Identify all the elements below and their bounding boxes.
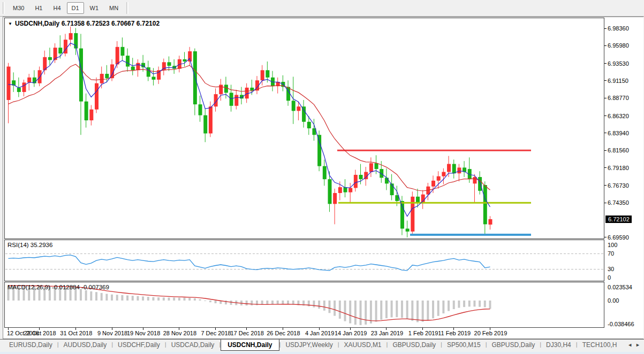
date-axis-label: 19 Nov 2018 bbox=[127, 330, 160, 336]
date-axis-label: 26 Dec 2018 bbox=[267, 330, 300, 336]
rsi-axis-label: 30 bbox=[608, 266, 614, 272]
tab-bar-bottom-strip bbox=[0, 352, 644, 354]
current-price-tag: 6.72102 bbox=[605, 216, 632, 223]
macd-signal-value: -0.007369 bbox=[81, 284, 109, 290]
chart-tab-gbpusd-daily[interactable]: GBPUSD,Daily bbox=[388, 340, 441, 350]
price-axis-label: 6.79180 bbox=[608, 165, 629, 171]
mt4-application: M30H1H4D1W1MN ▼USDCNH,Daily 6.71358 6.72… bbox=[0, 0, 644, 354]
chart-window: ▼USDCNH,Daily 6.71358 6.72523 6.70667 6.… bbox=[3, 17, 643, 339]
macd-indicator-label: MACD(12,26,9) -0.012884 -0.007369 bbox=[7, 284, 109, 290]
timeframe-button-w1[interactable]: W1 bbox=[85, 2, 104, 14]
price-axis-label: 6.93530 bbox=[608, 60, 629, 67]
chart-title: ▼USDCNH,Daily 6.71358 6.72523 6.70667 6.… bbox=[8, 20, 160, 27]
date-axis-label: 22 Oct 2018 bbox=[24, 330, 56, 336]
date-axis-label: 4 Jan 2019 bbox=[305, 330, 334, 336]
chart-tab-usdcnh-daily[interactable]: USDCNH,Daily bbox=[221, 340, 279, 351]
toolbar-separator bbox=[126, 2, 128, 14]
rsi-name: RSI(14) bbox=[7, 242, 29, 248]
price-axis-label: 6.95980 bbox=[608, 42, 629, 49]
macd-axis-label: 0.00 bbox=[608, 297, 619, 304]
macd-axis-label: 0.023534 bbox=[608, 284, 632, 290]
price-axis-label: 6.81560 bbox=[608, 147, 629, 153]
price-axis-label: 6.98360 bbox=[608, 25, 629, 32]
price-axis-label: 6.76730 bbox=[608, 182, 629, 189]
timeframe-button-mn[interactable]: MN bbox=[104, 2, 123, 14]
date-axis-label: 20 Feb 2019 bbox=[474, 330, 507, 336]
timeframe-button-h1[interactable]: H1 bbox=[30, 2, 47, 14]
macd-value: -0.012884 bbox=[52, 284, 80, 290]
rsi-axis-label: 0 bbox=[608, 274, 611, 281]
chart-tab-dj30-h4[interactable]: DJ30,H4 bbox=[541, 340, 576, 350]
rsi-axis-label: 70 bbox=[608, 250, 614, 257]
date-axis-label: 1 Feb 2019 bbox=[408, 330, 438, 336]
date-axis-label: 28 Nov 2018 bbox=[163, 330, 196, 336]
date-axis-label: 11 Feb 2019 bbox=[438, 330, 471, 336]
timeframe-button-d1[interactable]: D1 bbox=[67, 2, 84, 14]
date-axis-label: 23 Jan 2019 bbox=[371, 330, 404, 336]
chart-tab-usdcad-daily[interactable]: USDCAD,Daily bbox=[166, 340, 219, 350]
date-axis-label: 7 Dec 2018 bbox=[201, 330, 231, 336]
date-axis-label: 9 Nov 2018 bbox=[97, 330, 127, 336]
tab-scroll-controls: ◄► bbox=[626, 342, 642, 348]
date-axis-label: 17 Dec 2018 bbox=[230, 330, 263, 336]
date-axis-label: 31 Oct 2018 bbox=[60, 330, 92, 336]
chart-tab-sp500-m15[interactable]: SP500,M15 bbox=[442, 340, 486, 350]
macd-axis-label: -0.038466 bbox=[608, 321, 634, 327]
tab-scroll-left-icon[interactable]: ◄ bbox=[626, 342, 634, 348]
chart-tab-bar: EURUSD,Daily|AUDUSD,Daily|USDCHF,Daily|U… bbox=[0, 339, 644, 354]
price-axis-label: 6.83940 bbox=[608, 130, 629, 136]
chart-tab-gbpusd-daily[interactable]: GBPUSD,Daily bbox=[487, 340, 540, 350]
price-axis-label: 6.69590 bbox=[608, 234, 629, 241]
timeframe-button-h4[interactable]: H4 bbox=[48, 2, 65, 14]
chart-tab-tech100-h[interactable]: TECH100,H bbox=[578, 340, 622, 350]
chart-symbol-label: USDCNH,Daily bbox=[15, 20, 59, 27]
chart-tab-eurusd-daily[interactable]: EURUSD,Daily bbox=[4, 340, 57, 350]
toolbar-separator bbox=[3, 2, 5, 14]
rsi-axis-label: 100 bbox=[608, 242, 617, 248]
chart-tab-audusd-daily[interactable]: AUDUSD,Daily bbox=[59, 340, 112, 350]
chart-ohlc-values: 6.71358 6.72523 6.70667 6.72102 bbox=[62, 20, 160, 27]
tab-scroll-right-icon[interactable]: ► bbox=[634, 342, 642, 348]
chart-tab-xauusd-m1[interactable]: XAUUSD,M1 bbox=[339, 340, 387, 350]
price-axis-label: 6.86320 bbox=[608, 113, 629, 119]
timeframe-toolbar: M30H1H4D1W1MN bbox=[0, 0, 644, 17]
chart-tab-usdchf-daily[interactable]: USDCHF,Daily bbox=[113, 340, 165, 350]
price-axis-label: 6.74350 bbox=[608, 199, 629, 206]
chart-tab-usdjpy-weekly[interactable]: USDJPY,Weekly bbox=[281, 340, 337, 350]
timeframe-button-m30[interactable]: M30 bbox=[8, 2, 29, 14]
price-axis-label: 6.88770 bbox=[608, 95, 629, 101]
rsi-value: 35.2936 bbox=[31, 242, 53, 248]
chart-dropdown-icon[interactable]: ▼ bbox=[8, 21, 12, 26]
date-axis-label: 14 Jan 2019 bbox=[335, 330, 367, 336]
price-axis-label: 6.91150 bbox=[608, 78, 628, 84]
macd-name: MACD(12,26,9) bbox=[7, 284, 50, 290]
rsi-indicator-label: RSI(14) 35.2936 bbox=[7, 242, 52, 248]
